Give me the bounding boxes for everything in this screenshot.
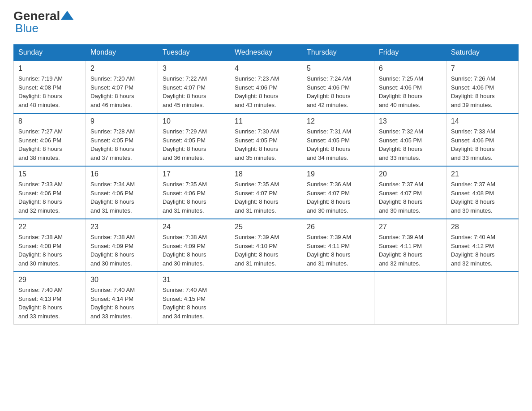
- day-info: Sunrise: 7:30 AM Sunset: 4:05 PM Dayligh…: [235, 127, 297, 162]
- day-cell-5: 5 Sunrise: 7:24 AM Sunset: 4:06 PM Dayli…: [302, 60, 374, 113]
- day-cell-23: 23 Sunrise: 7:38 AM Sunset: 4:09 PM Dayl…: [86, 219, 158, 272]
- day-info: Sunrise: 7:19 AM Sunset: 4:08 PM Dayligh…: [18, 74, 81, 109]
- day-number: 16: [90, 170, 153, 178]
- day-number: 31: [163, 276, 225, 284]
- day-number: 1: [18, 64, 81, 73]
- week-row-1: 1 Sunrise: 7:19 AM Sunset: 4:08 PM Dayli…: [14, 60, 519, 113]
- day-cell-6: 6 Sunrise: 7:25 AM Sunset: 4:06 PM Dayli…: [374, 60, 446, 113]
- day-info: Sunrise: 7:38 AM Sunset: 4:09 PM Dayligh…: [163, 233, 225, 268]
- day-number: 24: [163, 223, 225, 231]
- header-friday: Friday: [374, 45, 446, 61]
- day-number: 3: [163, 64, 225, 73]
- day-info: Sunrise: 7:31 AM Sunset: 4:05 PM Dayligh…: [307, 127, 369, 162]
- day-info: Sunrise: 7:29 AM Sunset: 4:05 PM Dayligh…: [163, 127, 225, 162]
- empty-cell-4-4: [302, 272, 374, 325]
- day-cell-24: 24 Sunrise: 7:38 AM Sunset: 4:09 PM Dayl…: [158, 219, 230, 272]
- day-number: 19: [307, 170, 369, 178]
- day-info: Sunrise: 7:40 AM Sunset: 4:12 PM Dayligh…: [451, 233, 514, 268]
- day-number: 14: [451, 117, 514, 125]
- day-info: Sunrise: 7:40 AM Sunset: 4:13 PM Dayligh…: [18, 286, 81, 321]
- day-cell-1: 1 Sunrise: 7:19 AM Sunset: 4:08 PM Dayli…: [14, 60, 86, 113]
- day-cell-15: 15 Sunrise: 7:33 AM Sunset: 4:06 PM Dayl…: [14, 166, 86, 219]
- day-cell-21: 21 Sunrise: 7:37 AM Sunset: 4:08 PM Dayl…: [446, 166, 519, 219]
- day-number: 13: [379, 117, 442, 125]
- day-number: 7: [451, 64, 514, 73]
- day-number: 26: [307, 223, 369, 231]
- day-number: 10: [163, 117, 225, 125]
- day-number: 23: [90, 223, 153, 231]
- day-info: Sunrise: 7:39 AM Sunset: 4:10 PM Dayligh…: [235, 233, 297, 268]
- header-tuesday: Tuesday: [158, 45, 230, 61]
- day-cell-3: 3 Sunrise: 7:22 AM Sunset: 4:07 PM Dayli…: [158, 60, 230, 113]
- day-number: 21: [451, 170, 514, 178]
- empty-cell-4-3: [230, 272, 302, 325]
- day-info: Sunrise: 7:38 AM Sunset: 4:08 PM Dayligh…: [18, 233, 81, 268]
- day-number: 20: [379, 170, 442, 178]
- day-number: 17: [163, 170, 225, 178]
- day-cell-31: 31 Sunrise: 7:40 AM Sunset: 4:15 PM Dayl…: [158, 272, 230, 325]
- week-row-5: 29 Sunrise: 7:40 AM Sunset: 4:13 PM Dayl…: [14, 272, 519, 325]
- day-cell-4: 4 Sunrise: 7:23 AM Sunset: 4:06 PM Dayli…: [230, 60, 302, 113]
- day-info: Sunrise: 7:27 AM Sunset: 4:06 PM Dayligh…: [18, 127, 81, 162]
- day-number: 9: [90, 117, 153, 125]
- logo-blue-text: Blue: [15, 21, 39, 35]
- day-cell-9: 9 Sunrise: 7:28 AM Sunset: 4:05 PM Dayli…: [86, 113, 158, 166]
- day-cell-11: 11 Sunrise: 7:30 AM Sunset: 4:05 PM Dayl…: [230, 113, 302, 166]
- day-cell-22: 22 Sunrise: 7:38 AM Sunset: 4:08 PM Dayl…: [14, 219, 86, 272]
- day-info: Sunrise: 7:32 AM Sunset: 4:05 PM Dayligh…: [379, 127, 442, 162]
- day-number: 15: [18, 170, 81, 178]
- week-row-3: 15 Sunrise: 7:33 AM Sunset: 4:06 PM Dayl…: [14, 166, 519, 219]
- day-info: Sunrise: 7:39 AM Sunset: 4:11 PM Dayligh…: [307, 233, 369, 268]
- day-cell-26: 26 Sunrise: 7:39 AM Sunset: 4:11 PM Dayl…: [302, 219, 374, 272]
- day-cell-16: 16 Sunrise: 7:34 AM Sunset: 4:06 PM Dayl…: [86, 166, 158, 219]
- header-saturday: Saturday: [446, 45, 519, 61]
- day-cell-28: 28 Sunrise: 7:40 AM Sunset: 4:12 PM Dayl…: [446, 219, 519, 272]
- day-info: Sunrise: 7:28 AM Sunset: 4:05 PM Dayligh…: [90, 127, 153, 162]
- day-info: Sunrise: 7:25 AM Sunset: 4:06 PM Dayligh…: [379, 74, 442, 109]
- day-number: 11: [235, 117, 297, 125]
- day-cell-13: 13 Sunrise: 7:32 AM Sunset: 4:05 PM Dayl…: [374, 113, 446, 166]
- day-number: 18: [235, 170, 297, 178]
- day-cell-19: 19 Sunrise: 7:36 AM Sunset: 4:07 PM Dayl…: [302, 166, 374, 219]
- day-cell-10: 10 Sunrise: 7:29 AM Sunset: 4:05 PM Dayl…: [158, 113, 230, 166]
- day-info: Sunrise: 7:22 AM Sunset: 4:07 PM Dayligh…: [163, 74, 225, 109]
- day-cell-7: 7 Sunrise: 7:26 AM Sunset: 4:06 PM Dayli…: [446, 60, 519, 113]
- day-number: 30: [90, 276, 153, 284]
- day-number: 4: [235, 64, 297, 73]
- header-thursday: Thursday: [302, 45, 374, 61]
- day-cell-29: 29 Sunrise: 7:40 AM Sunset: 4:13 PM Dayl…: [14, 272, 86, 325]
- day-info: Sunrise: 7:24 AM Sunset: 4:06 PM Dayligh…: [307, 74, 369, 109]
- day-cell-14: 14 Sunrise: 7:33 AM Sunset: 4:06 PM Dayl…: [446, 113, 519, 166]
- calendar-table: SundayMondayTuesdayWednesdayThursdayFrid…: [13, 44, 519, 325]
- day-info: Sunrise: 7:35 AM Sunset: 4:07 PM Dayligh…: [235, 180, 297, 215]
- day-number: 6: [379, 64, 442, 73]
- day-info: Sunrise: 7:26 AM Sunset: 4:06 PM Dayligh…: [451, 74, 514, 109]
- day-number: 5: [307, 64, 369, 73]
- day-info: Sunrise: 7:20 AM Sunset: 4:07 PM Dayligh…: [90, 74, 153, 109]
- day-cell-25: 25 Sunrise: 7:39 AM Sunset: 4:10 PM Dayl…: [230, 219, 302, 272]
- day-info: Sunrise: 7:38 AM Sunset: 4:09 PM Dayligh…: [90, 233, 153, 268]
- weekday-header-row: SundayMondayTuesdayWednesdayThursdayFrid…: [14, 45, 519, 61]
- day-number: 29: [18, 276, 81, 284]
- empty-cell-4-6: [446, 272, 519, 325]
- page-header: General Blue: [13, 9, 519, 35]
- day-number: 27: [379, 223, 442, 231]
- day-number: 28: [451, 223, 514, 231]
- day-info: Sunrise: 7:40 AM Sunset: 4:15 PM Dayligh…: [163, 286, 225, 321]
- day-cell-8: 8 Sunrise: 7:27 AM Sunset: 4:06 PM Dayli…: [14, 113, 86, 166]
- day-cell-27: 27 Sunrise: 7:39 AM Sunset: 4:11 PM Dayl…: [374, 219, 446, 272]
- day-cell-20: 20 Sunrise: 7:37 AM Sunset: 4:07 PM Dayl…: [374, 166, 446, 219]
- day-info: Sunrise: 7:33 AM Sunset: 4:06 PM Dayligh…: [18, 180, 81, 215]
- logo-triangle-icon: [61, 11, 73, 20]
- day-info: Sunrise: 7:37 AM Sunset: 4:07 PM Dayligh…: [379, 180, 442, 215]
- day-info: Sunrise: 7:40 AM Sunset: 4:14 PM Dayligh…: [90, 286, 153, 321]
- day-cell-30: 30 Sunrise: 7:40 AM Sunset: 4:14 PM Dayl…: [86, 272, 158, 325]
- day-cell-17: 17 Sunrise: 7:35 AM Sunset: 4:06 PM Dayl…: [158, 166, 230, 219]
- header-sunday: Sunday: [14, 45, 86, 61]
- day-info: Sunrise: 7:34 AM Sunset: 4:06 PM Dayligh…: [90, 180, 153, 215]
- day-number: 8: [18, 117, 81, 125]
- day-info: Sunrise: 7:35 AM Sunset: 4:06 PM Dayligh…: [163, 180, 225, 215]
- day-number: 22: [18, 223, 81, 231]
- day-number: 25: [235, 223, 297, 231]
- day-cell-2: 2 Sunrise: 7:20 AM Sunset: 4:07 PM Dayli…: [86, 60, 158, 113]
